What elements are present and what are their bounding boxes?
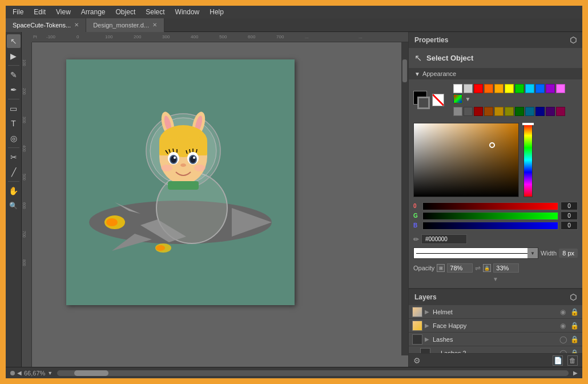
opacity-row: Opacity ⊞ ⇌ 🔒	[409, 261, 582, 275]
swatch-more[interactable]	[453, 94, 462, 103]
rgb-g-value[interactable]: 0	[561, 211, 578, 220]
layer-face-happy-eye[interactable]: ◉	[558, 322, 567, 330]
canvas-scrollbar-v[interactable]	[401, 42, 408, 355]
swatch-magenta[interactable]	[556, 107, 565, 116]
layer-lashes-lock[interactable]: 🔒	[570, 335, 579, 343]
menu-object[interactable]: Object	[111, 7, 140, 17]
swatch-blue[interactable]	[535, 84, 545, 93]
scroll-left-arrow[interactable]: ◀	[17, 370, 22, 376]
rgb-b-value[interactable]: 0	[561, 221, 578, 230]
swatch-darker-gray[interactable]	[464, 107, 473, 116]
rgb-g-slider[interactable]	[422, 212, 558, 220]
eyedropper-icon[interactable]: ✏	[413, 235, 419, 243]
stroke-box[interactable]	[417, 97, 430, 109]
swatch-dark-orange[interactable]	[484, 107, 493, 116]
opacity-label: Opacity	[413, 265, 434, 271]
menu-view[interactable]: View	[51, 7, 75, 17]
tool-hand[interactable]: ✋	[7, 184, 21, 198]
swatch-yellow[interactable]	[505, 84, 514, 93]
tab-design-monster-label: Design_monster.d...	[93, 22, 149, 29]
tool-text[interactable]: T	[7, 117, 21, 130]
zoom-dropdown[interactable]: ▼	[47, 370, 53, 376]
opacity-link-icon[interactable]: ⇌	[475, 264, 481, 272]
swatch-tan[interactable]	[494, 107, 504, 116]
layer-face-happy-expand[interactable]: ▶	[425, 322, 430, 329]
canvas-viewport[interactable]	[32, 42, 408, 355]
hex-input[interactable]	[421, 234, 467, 244]
tool-direct-select[interactable]: ▶	[7, 49, 21, 63]
layer-add-btn[interactable]: 📄	[553, 355, 563, 366]
swatch-light-gray[interactable]	[464, 84, 473, 93]
tab-spacecute[interactable]: SpaceCute-Tokens... ✕	[6, 18, 86, 32]
layers-title: Layers	[414, 293, 437, 301]
swatch-red[interactable]	[474, 84, 483, 93]
layers-expand-icon[interactable]: ⬡	[570, 293, 577, 302]
swatch-yellow-orange[interactable]	[494, 84, 504, 93]
canvas-area[interactable]: Pt -100 0 100 200 300 400 500 600 700 ..…	[22, 32, 408, 367]
tool-select[interactable]: ↖	[7, 34, 21, 48]
swatch-dark-gray[interactable]	[453, 107, 462, 116]
tab-design-monster-close[interactable]: ✕	[152, 22, 157, 28]
tool-scissors[interactable]: ✂	[7, 150, 21, 164]
layer-settings-btn[interactable]: ⚙	[413, 356, 421, 365]
opacity-input[interactable]	[447, 263, 473, 273]
swatch-orange[interactable]	[484, 84, 493, 93]
swatch-olive[interactable]	[505, 107, 514, 116]
rgb-r-value[interactable]: 0	[561, 202, 578, 210]
scroll-right-arrow[interactable]: ▶	[573, 370, 578, 376]
menu-edit[interactable]: Edit	[29, 7, 50, 17]
opacity-input-2[interactable]	[493, 263, 519, 273]
layer-lashes-eye[interactable]: ◯	[558, 335, 567, 343]
tool-zoom[interactable]: 🔍	[7, 199, 21, 213]
swatch-dark-red[interactable]	[474, 107, 483, 116]
swatch-dark-green[interactable]	[515, 107, 524, 116]
stroke-dropdown-btn[interactable]: ▼	[527, 248, 538, 258]
swatch-none[interactable]	[432, 94, 444, 106]
swatch-purple[interactable]	[546, 84, 555, 93]
menu-arrange[interactable]: Arrange	[76, 7, 110, 17]
layer-delete-btn[interactable]: 🗑	[567, 355, 578, 366]
menu-file[interactable]: File	[8, 7, 28, 17]
horizontal-scrollbar[interactable]	[57, 370, 569, 376]
layer-helmet-expand[interactable]: ▶	[425, 309, 430, 315]
layer-helmet-eye[interactable]: ◉	[558, 308, 567, 316]
layer-lashes-2[interactable]: ▶ Lashes 2 ◯ 🔒	[409, 346, 582, 353]
tool-pen[interactable]: ✎	[7, 68, 21, 82]
properties-expand-icon[interactable]: ⬡	[570, 35, 577, 45]
layer-face-happy[interactable]: ▶ Face Happy ◉ 🔒	[409, 319, 582, 333]
menu-window[interactable]: Window	[171, 7, 204, 17]
layer-face-happy-lock[interactable]: 🔒	[570, 322, 579, 330]
tool-ellipse[interactable]: ◎	[7, 131, 21, 145]
swatch-dark-purple[interactable]	[546, 107, 555, 116]
tab-design-monster[interactable]: Design_monster.d... ✕	[86, 18, 164, 32]
fill-stroke-box[interactable]	[413, 91, 430, 109]
layer-lashes[interactable]: ▶ Lashes ◯ 🔒	[409, 333, 582, 346]
menu-select[interactable]: Select	[141, 7, 169, 17]
layer-helmet-lock[interactable]: 🔒	[570, 308, 579, 316]
rgb-r-slider[interactable]	[422, 202, 558, 210]
hue-slider[interactable]	[523, 123, 533, 197]
swatch-cyan[interactable]	[525, 84, 534, 93]
tool-line[interactable]: ╱	[7, 165, 21, 179]
menu-help[interactable]: Help	[205, 7, 228, 17]
stroke-width-display[interactable]: ▼	[413, 247, 538, 259]
menu-bar: File Edit View Arrange Object Select Win…	[6, 6, 582, 18]
tool-bezier[interactable]: ✒	[7, 83, 21, 97]
swatch-white[interactable]	[453, 84, 462, 93]
swatch-expand[interactable]: ▼	[464, 94, 473, 103]
layer-lashes-2-eye[interactable]: ◯	[558, 349, 567, 354]
swatch-dark-blue[interactable]	[535, 107, 545, 116]
color-picker-gradient[interactable]	[413, 123, 519, 197]
expand-arrow[interactable]: ▼	[409, 275, 582, 283]
rgb-b-slider[interactable]	[422, 222, 558, 230]
layer-helmet[interactable]: ▶ Helmet ◉ 🔒	[409, 305, 582, 319]
tool-rect[interactable]: ▭	[7, 102, 21, 115]
layer-lashes-2-lock[interactable]: 🔒	[570, 349, 579, 354]
swatch-pink[interactable]	[556, 84, 565, 93]
select-object-label: Select Object	[426, 54, 473, 62]
swatch-teal[interactable]	[525, 107, 534, 116]
swatch-green[interactable]	[515, 84, 524, 93]
svg-point-30	[193, 157, 195, 159]
tab-spacecute-close[interactable]: ✕	[74, 22, 79, 28]
layer-lashes-expand[interactable]: ▶	[425, 336, 430, 342]
